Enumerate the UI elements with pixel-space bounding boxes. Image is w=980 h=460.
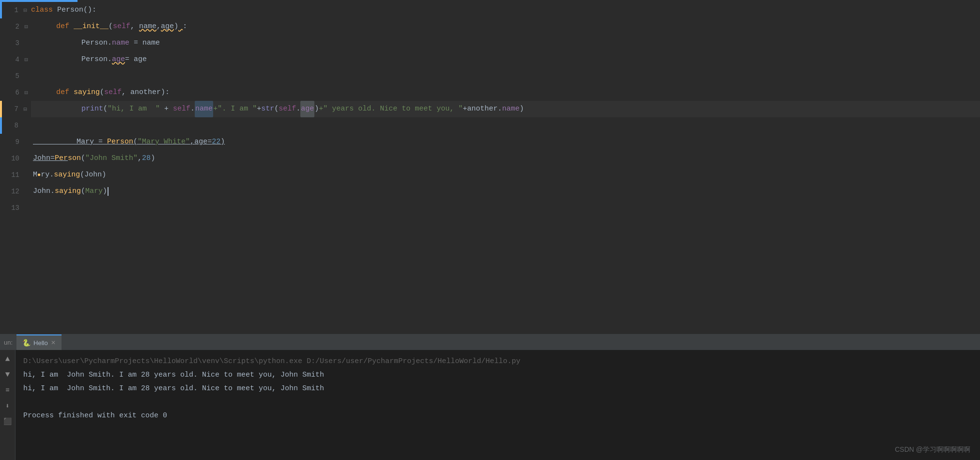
token-saying-fn: saying bbox=[74, 84, 100, 101]
line-number-7: 7 bbox=[2, 105, 22, 113]
token-self-1: self bbox=[113, 18, 130, 35]
token-mary-arg: Mary bbox=[85, 183, 103, 200]
fold-icon-7[interactable]: ⊟ bbox=[22, 106, 28, 113]
token-paren-12: ) bbox=[151, 150, 155, 167]
token-person-1: Person bbox=[81, 35, 108, 51]
run-output-cmd: D:\Users\user\PycharmProjects\HelloWorld… bbox=[23, 355, 972, 368]
token-saying-call-2: saying bbox=[55, 183, 81, 200]
token-comma-2: , bbox=[156, 18, 161, 35]
gutter-row-10: 10 bbox=[0, 150, 29, 167]
token-name-attr: name bbox=[112, 35, 129, 51]
token-colon-1: : bbox=[183, 18, 187, 35]
line-number-13: 13 bbox=[3, 204, 23, 212]
token-age-kw: age bbox=[194, 138, 207, 146]
token-person-2: Person bbox=[81, 51, 108, 68]
token-comma-3: , bbox=[122, 84, 126, 101]
token-class-name: Person bbox=[57, 2, 83, 18]
line-number-9: 9 bbox=[3, 138, 23, 146]
token-num-28: 28 bbox=[142, 150, 151, 167]
clear-btn[interactable]: ⬛ bbox=[2, 416, 13, 427]
run-tabs-bar: un: 🐍 Hello ✕ bbox=[0, 334, 980, 350]
token-paren-11: ( bbox=[81, 150, 85, 167]
token-another: another bbox=[467, 101, 498, 117]
code-line-7: print("hi, I am " + self.name+". I am "+… bbox=[31, 101, 980, 117]
token-dot-6: . bbox=[49, 167, 54, 183]
token-num-22: 22 bbox=[212, 138, 220, 146]
run-output-process: Process finished with exit code 0 bbox=[23, 409, 972, 423]
token-mary-var: Mary bbox=[77, 138, 94, 146]
token-paren-15: ( bbox=[81, 183, 85, 200]
token-eq-2: = bbox=[125, 51, 134, 68]
line-number-5: 5 bbox=[3, 72, 23, 80]
gutter-row-1: 1 ⊟ bbox=[0, 2, 29, 18]
token-paren-4: ): bbox=[161, 84, 170, 101]
scroll-down-btn[interactable]: ▼ bbox=[2, 369, 13, 380]
token-self-4: self bbox=[279, 101, 296, 117]
token-str-iam: . I am " bbox=[222, 101, 257, 117]
gutter-row-2: 2 ⊟ bbox=[0, 18, 29, 35]
scroll-up-btn[interactable]: ▲ bbox=[2, 354, 13, 365]
code-line-13 bbox=[31, 200, 980, 216]
line-number-4: 4 bbox=[3, 56, 23, 63]
line-number-6: 6 bbox=[3, 89, 23, 96]
code-line-12: John.saying(Mary) bbox=[31, 183, 980, 200]
fold-icon-4[interactable]: ⊟ bbox=[23, 56, 29, 63]
token-str-fn: str bbox=[261, 101, 274, 117]
token-paren-2: ) bbox=[174, 18, 178, 35]
line-gutter: 1 ⊟ 2 ⊟ 3 4 ⊟ 5 bbox=[0, 2, 29, 334]
run-output-line-1: hi, I am John Smith. I am 28 years old. … bbox=[23, 368, 972, 382]
token-str-years: +" years old. Nice to meet you, " bbox=[319, 101, 463, 117]
line-number-12: 12 bbox=[3, 188, 23, 195]
gutter-row-6: 6 ⊟ bbox=[0, 84, 29, 101]
token-paren-10: ) bbox=[220, 138, 225, 146]
token-dot-2: . bbox=[108, 51, 112, 68]
token-class-keyword: class bbox=[31, 2, 57, 18]
token-paren-1: ( bbox=[109, 18, 113, 35]
fold-icon-1[interactable]: ⊟ bbox=[22, 7, 28, 14]
code-line-5 bbox=[31, 68, 980, 84]
token-paren-13: ( bbox=[80, 167, 84, 183]
run-panel-body: ▲ ▼ ≡ ⬇ ⬛ D:\Users\user\PycharmProjects\… bbox=[0, 350, 980, 460]
token-saying-call-1: saying bbox=[54, 167, 80, 183]
token-name-hl: name bbox=[195, 101, 213, 117]
token-plus-3: + bbox=[463, 101, 467, 117]
run-tab-close-btn[interactable]: ✕ bbox=[51, 339, 56, 346]
token-dot-7: . bbox=[50, 183, 55, 200]
token-john-var: John bbox=[33, 150, 50, 167]
code-line-11: M●ry.saying(John) bbox=[31, 167, 980, 183]
gutter-row-13: 13 bbox=[0, 200, 29, 216]
run-output-area: D:\Users\user\PycharmProjects\HelloWorld… bbox=[16, 350, 980, 460]
token-john-str: "John Smith" bbox=[85, 150, 138, 167]
token-paren-9: ( bbox=[133, 138, 138, 146]
token-str-dot: +" bbox=[213, 101, 222, 117]
token-john-var-2: John bbox=[33, 183, 50, 200]
token-bulb-icon: ● bbox=[37, 167, 41, 183]
token-name-param: name bbox=[139, 18, 156, 35]
token-dot-4: . bbox=[296, 101, 300, 117]
rerun-btn[interactable]: ≡ bbox=[2, 385, 13, 396]
python-icon: 🐍 bbox=[22, 339, 31, 347]
token-mary-str: "Mary White" bbox=[138, 138, 190, 146]
token-self-3: self bbox=[173, 101, 190, 117]
token-comma-1: , bbox=[130, 18, 139, 35]
bottom-panel: un: 🐍 Hello ✕ ▲ ▼ ≡ ⬇ ⬛ D:\Users\user\Py… bbox=[0, 334, 980, 460]
fold-icon-2[interactable]: ⊟ bbox=[23, 23, 29, 31]
line-number-11: 11 bbox=[3, 171, 23, 179]
run-output-blank bbox=[23, 396, 972, 409]
stop-btn[interactable]: ⬇ bbox=[2, 400, 13, 411]
fold-icon-6[interactable]: ⊟ bbox=[23, 89, 29, 96]
gutter-row-11: 11 bbox=[0, 167, 29, 183]
line-number-2: 2 bbox=[3, 23, 23, 31]
token-def-2: def bbox=[56, 84, 74, 101]
run-output-line-2: hi, I am John Smith. I am 28 years old. … bbox=[23, 382, 972, 396]
token-self-2: self bbox=[104, 84, 122, 101]
code-line-1: class Person(): bbox=[31, 2, 980, 18]
run-tab-hello[interactable]: 🐍 Hello ✕ bbox=[16, 334, 62, 350]
code-line-9: Mary = Person("Mary White",age=22) bbox=[31, 134, 980, 150]
run-tab-label: Hello bbox=[33, 339, 48, 347]
gutter-row-3: 3 bbox=[0, 35, 29, 51]
code-content[interactable]: class Person(): def __init__(self, name,… bbox=[29, 2, 980, 334]
token-plus-1: + bbox=[160, 101, 173, 117]
gutter-row-7: 7 ⊟ bbox=[0, 101, 29, 117]
line-number-1: 1 bbox=[2, 6, 22, 14]
